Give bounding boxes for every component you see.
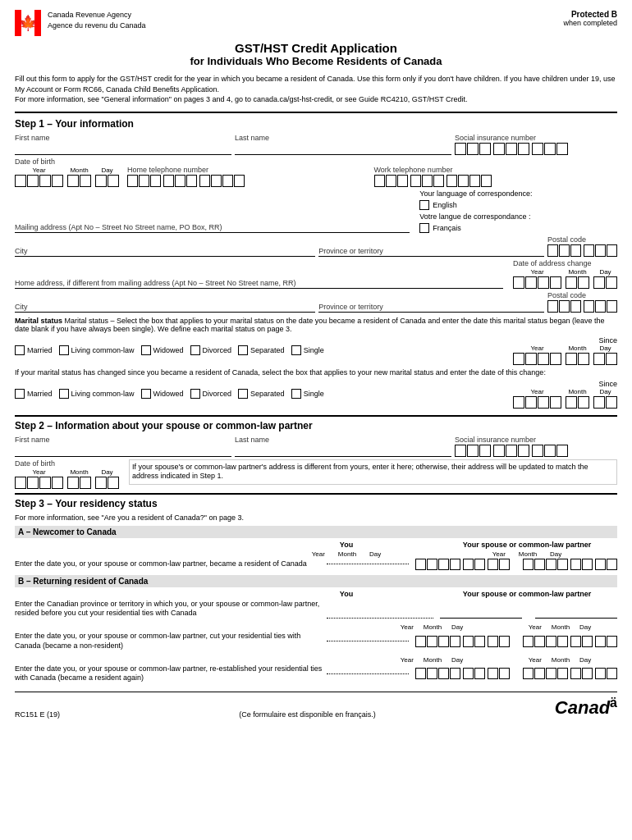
home-address-input[interactable] — [15, 288, 503, 289]
since2-date-input[interactable]: Year Month Day — [513, 388, 617, 409]
step2-last-name-label: Last name — [235, 436, 451, 444]
page-header: 🍁 Canada Revenue Agency Agence du revenu… — [15, 10, 617, 36]
widowed-checkbox[interactable] — [141, 345, 151, 355]
divorced-label: Divorced — [203, 346, 232, 354]
sin-input[interactable] — [455, 143, 617, 155]
step2-sin-input[interactable] — [455, 445, 617, 457]
mailing-address-input[interactable] — [15, 232, 410, 233]
step3-note: For more information, see "Are you a res… — [15, 514, 617, 522]
step1-section: Step 1 – Your information First name Las… — [15, 118, 617, 719]
section-b-spouse-header: Your spouse or common-law partner — [437, 590, 617, 598]
last-name-input[interactable] — [235, 143, 451, 155]
widowed2-checkbox[interactable] — [141, 389, 151, 399]
cut-ties-you-date[interactable] — [415, 636, 510, 647]
section-b-you-header: You — [256, 590, 437, 598]
cut-ties-spouse-date[interactable] — [523, 636, 617, 647]
step2-header: Step 2 – Information about your spouse o… — [15, 415, 617, 431]
married-label: Married — [27, 346, 53, 354]
step3-header: Step 3 – Your residency status — [15, 498, 617, 509]
city-label: City — [15, 247, 315, 255]
canada-flag-icon: 🍁 — [15, 10, 41, 36]
canada-wordmark: Canadä — [555, 696, 617, 719]
living-common2-checkbox[interactable] — [59, 389, 69, 399]
work-phone-label: Work telephone number — [374, 166, 618, 174]
home-phone-input[interactable] — [127, 175, 371, 187]
page-footer: RC151 E (19) (Ce formulaire est disponib… — [15, 692, 617, 719]
sin-label: Social insurance number — [455, 134, 617, 142]
form-title: GST/HST Credit Application for Individua… — [15, 41, 617, 67]
divorced2-label: Divorced — [203, 390, 232, 398]
single-checkbox[interactable] — [291, 345, 301, 355]
separated2-checkbox[interactable] — [238, 389, 248, 399]
province2-label: Province or territory — [318, 303, 544, 311]
mailing-address-label: Mailing address (Apt No – Street No Stre… — [15, 223, 410, 231]
home-phone-label: Home telephone number — [127, 166, 371, 174]
separated2-label: Separated — [250, 390, 285, 398]
step2-dob-input[interactable]: Year Month Day — [15, 468, 119, 489]
step2-sin-label: Social insurance number — [455, 436, 617, 444]
french-checkbox[interactable] — [419, 223, 429, 233]
postal-label: Postal code — [547, 235, 617, 244]
separated-label: Separated — [250, 346, 285, 354]
returning-province-spouse[interactable] — [535, 605, 617, 619]
widowed-label: Widowed — [153, 346, 184, 354]
living-common-checkbox[interactable] — [59, 345, 69, 355]
step2-address-note: If your spouse's or common-law partner's… — [129, 459, 617, 485]
english-label: English — [433, 201, 457, 209]
living-common-label: Living common-law — [71, 346, 135, 354]
re-established-spouse-date[interactable] — [523, 668, 617, 679]
single-label: Single — [304, 346, 324, 354]
first-name-input[interactable] — [15, 143, 231, 155]
agency-name: Canada Revenue Agency Agence du revenu d… — [48, 10, 146, 30]
section-b-header: B – Returning resident of Canada — [15, 575, 617, 587]
since-date-input[interactable]: Year Month Day — [513, 345, 617, 365]
newcomer-you-date[interactable] — [415, 559, 510, 570]
divorced-checkbox[interactable] — [190, 345, 200, 355]
postal2-input[interactable] — [547, 300, 617, 313]
city2-input[interactable] — [15, 312, 315, 313]
section-a-you-header: You — [256, 541, 437, 549]
province-label: Province or territory — [318, 247, 544, 255]
since-section: Since Year Month — [513, 336, 617, 365]
newcomer-label: Enter the date you, or your spouse or co… — [15, 559, 327, 569]
first-name-label: First name — [15, 134, 231, 142]
single2-checkbox[interactable] — [291, 389, 301, 399]
re-established-you-date[interactable] — [415, 668, 510, 679]
step2-first-name-label: First name — [15, 436, 231, 444]
dob-input[interactable]: Year Month Day — [15, 167, 119, 187]
marital-status-row1: Married Living common-law Widowed Divorc… — [15, 336, 617, 365]
form-id: RC151 E (19) — [15, 710, 60, 719]
section-a-header: A – Newcomer to Canada — [15, 526, 617, 538]
section-a-spouse-header: Your spouse or common-law partner — [437, 541, 617, 549]
single2-label: Single — [304, 390, 324, 398]
step2-first-name-input[interactable] — [15, 445, 231, 457]
returning-province-you[interactable] — [440, 605, 522, 619]
home-address-label: Home address, if different from mailing … — [15, 279, 503, 287]
dob-label: Date of birth — [15, 158, 119, 166]
postal-input[interactable] — [547, 244, 617, 257]
separated-checkbox[interactable] — [238, 345, 248, 355]
work-phone-input[interactable] — [374, 175, 618, 187]
province2-input[interactable] — [318, 312, 544, 313]
newcomer-spouse-date[interactable] — [523, 559, 617, 570]
widowed2-label: Widowed — [153, 390, 184, 398]
married2-checkbox[interactable] — [15, 389, 25, 399]
since2-section: Since Year Month — [513, 380, 617, 409]
last-name-label: Last name — [235, 134, 451, 142]
married-checkbox[interactable] — [15, 345, 25, 355]
city2-label: City — [15, 303, 315, 311]
province-input[interactable] — [318, 256, 544, 257]
divorced2-checkbox[interactable] — [190, 389, 200, 399]
step2-last-name-input[interactable] — [235, 445, 451, 457]
date-of-address-label: Date of address change — [513, 259, 617, 267]
step3-section: Step 3 – Your residency status For more … — [15, 493, 617, 683]
french-availability-note: (Ce formulaire est disponible en françai… — [239, 710, 376, 719]
language-section: Your language of correspondence: English… — [419, 189, 617, 233]
step1-header: Step 1 – Your information — [15, 118, 617, 130]
english-checkbox[interactable] — [419, 200, 429, 210]
protected-label: Protected B when completed — [563, 10, 617, 27]
date-of-address-input[interactable]: Year Month Day — [513, 268, 617, 289]
svg-text:🍁: 🍁 — [19, 14, 38, 32]
postal2-label: Postal code — [547, 291, 617, 299]
city-input[interactable] — [15, 256, 315, 257]
